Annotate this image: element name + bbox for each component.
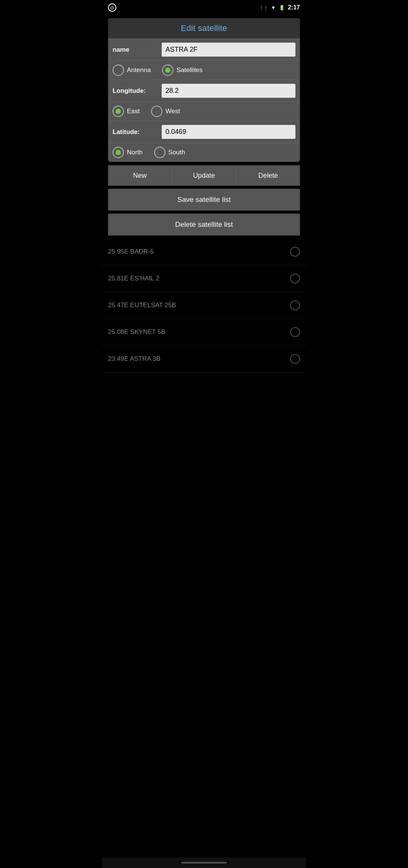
wifi-icon: ▼	[271, 5, 276, 11]
list-item[interactable]: 25.95E BADR-5	[102, 239, 306, 265]
latitude-label: Latitude:	[113, 128, 158, 136]
satellite-select-radio[interactable]	[290, 274, 300, 283]
action-buttons-row: New Update Delete	[108, 165, 300, 186]
status-right-icons: ⋮⋮ ▼ 🔋 2:17	[259, 4, 300, 11]
satellite-select-radio[interactable]	[290, 247, 300, 257]
satellites-radio-dot	[165, 68, 170, 73]
longitude-row: Longitude:	[108, 80, 300, 102]
antenna-option[interactable]: Antenna	[113, 65, 151, 76]
new-button[interactable]: New	[108, 166, 172, 186]
satellite-select-radio[interactable]	[290, 327, 300, 337]
satellites-option[interactable]: Satellites	[162, 65, 202, 76]
card-title: Edit satellite	[108, 18, 300, 38]
save-satellite-list-button[interactable]: Save satellite list	[108, 189, 300, 211]
battery-icon: 🔋	[279, 5, 285, 11]
satellite-name: 25.81E ES'HAIL 2	[108, 275, 159, 282]
south-label: South	[168, 149, 185, 156]
antenna-label: Antenna	[127, 66, 151, 74]
vibrate-icon: ⋮⋮	[259, 5, 268, 11]
satellites-label: Satellites	[176, 66, 202, 74]
north-radio-dot	[116, 150, 121, 155]
longitude-input[interactable]	[162, 84, 295, 98]
east-radio-dot	[116, 109, 121, 114]
list-item[interactable]: 23.49E ASTRA 3B	[102, 346, 306, 372]
north-radio[interactable]	[113, 147, 124, 158]
satellites-radio[interactable]	[162, 65, 173, 76]
ns-radio-row: North South	[108, 143, 300, 162]
east-radio[interactable]	[113, 106, 124, 117]
south-option[interactable]: South	[154, 147, 185, 158]
update-button[interactable]: Update	[172, 166, 236, 186]
type-radio-row: Antenna Satellites	[108, 60, 300, 80]
antenna-radio[interactable]	[113, 65, 124, 76]
status-left-icons: @	[108, 3, 116, 12]
satellite-name: 25.95E BADR-5	[108, 248, 154, 255]
west-radio[interactable]	[151, 106, 162, 117]
satellite-select-radio[interactable]	[290, 354, 300, 364]
south-radio[interactable]	[154, 147, 165, 158]
edit-satellite-card: Edit satellite name Antenna Satellites L…	[108, 18, 300, 162]
latitude-input[interactable]	[162, 125, 295, 139]
delete-button[interactable]: Delete	[236, 166, 300, 186]
clock-display: 2:17	[288, 4, 300, 11]
north-option[interactable]: North	[113, 147, 143, 158]
longitude-label: Longitude:	[113, 87, 158, 95]
west-option[interactable]: West	[151, 106, 180, 117]
list-item[interactable]: 25.08E SKYNET 5B	[102, 319, 306, 346]
delete-satellite-list-button[interactable]: Delete satellite list	[108, 214, 300, 235]
at-icon: @	[108, 3, 116, 12]
satellite-name: 25.47E EUTELSAT 25B	[108, 302, 176, 309]
status-bar: @ ⋮⋮ ▼ 🔋 2:17	[102, 0, 306, 15]
east-option[interactable]: East	[113, 106, 140, 117]
list-item[interactable]: 25.81E ES'HAIL 2	[102, 265, 306, 292]
list-item[interactable]: 25.47E EUTELSAT 25B	[102, 292, 306, 319]
north-label: North	[127, 149, 143, 156]
satellite-name: 23.49E ASTRA 3B	[108, 355, 161, 363]
name-row: name	[108, 38, 300, 60]
name-label: name	[113, 46, 158, 54]
ew-radio-row: East West	[108, 102, 300, 121]
satellite-list: 25.95E BADR-5 25.81E ES'HAIL 2 25.47E EU…	[102, 239, 306, 372]
east-label: East	[127, 108, 140, 115]
satellite-name: 25.08E SKYNET 5B	[108, 328, 165, 336]
name-input[interactable]	[162, 43, 295, 57]
satellite-select-radio[interactable]	[290, 300, 300, 310]
west-label: West	[165, 108, 180, 115]
latitude-row: Latitude:	[108, 121, 300, 143]
